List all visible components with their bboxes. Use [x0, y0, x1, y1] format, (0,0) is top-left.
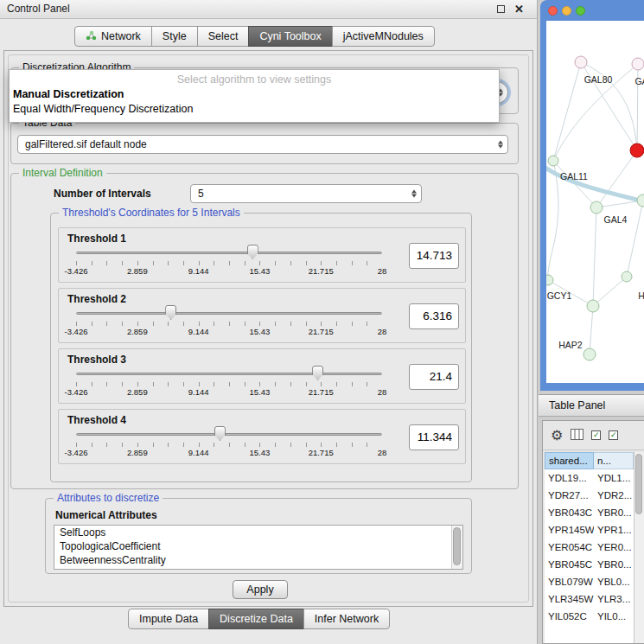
- tab-style[interactable]: Style: [151, 26, 198, 47]
- table-row[interactable]: YBR045CYBR0...: [545, 556, 634, 573]
- number-of-intervals-combobox[interactable]: 5: [190, 184, 422, 203]
- table-row[interactable]: YER054CYER0...: [545, 539, 634, 556]
- tab-impute-data[interactable]: Impute Data: [128, 609, 209, 629]
- table-cell: YBL0...: [594, 573, 634, 590]
- column-header-shared-name[interactable]: shared...: [545, 452, 594, 469]
- scale-label: 28: [378, 266, 387, 276]
- node-table: shared... n... YDL19...YDL1...YDR27...YD…: [545, 452, 634, 643]
- network-node-label: GAL11: [560, 171, 588, 182]
- slider-scale: -3.4262.8599.14415.4321.71528: [76, 327, 382, 336]
- scale-label: 9.144: [188, 448, 209, 457]
- numerical-attributes-list[interactable]: SelfLoopsTopologicalCoefficientBetweenne…: [54, 525, 463, 570]
- table-row[interactable]: YBL079WYBL0...: [545, 573, 634, 590]
- threshold-slider[interactable]: -3.4262.8599.14415.4321.71528: [76, 425, 382, 460]
- network-canvas[interactable]: GAL80GAGAL11GAL4GCY1HAP2H: [546, 21, 644, 383]
- network-node[interactable]: [632, 58, 644, 70]
- list-item[interactable]: BetweennessCentrality: [54, 553, 462, 567]
- network-node[interactable]: [630, 143, 644, 157]
- threshold-slider[interactable]: -3.4262.8599.14415.4321.71528: [76, 304, 382, 339]
- minimize-traffic-light[interactable]: [562, 6, 571, 16]
- network-node[interactable]: [622, 271, 632, 282]
- apply-button[interactable]: Apply: [233, 580, 288, 599]
- threshold-slider[interactable]: -3.4262.8599.14415.4321.71528: [76, 365, 382, 399]
- combobox-stepper-icon: [411, 190, 417, 198]
- float-window-icon[interactable]: [497, 5, 505, 13]
- list-item[interactable]: TopologicalCoefficient: [54, 539, 462, 553]
- slider-thumb[interactable]: [312, 366, 323, 380]
- zoom-traffic-light[interactable]: [576, 6, 585, 16]
- table-row[interactable]: YBR043CYBR0...: [545, 504, 634, 521]
- list-scrollbar[interactable]: [451, 526, 462, 569]
- close-icon[interactable]: ✕: [514, 3, 524, 16]
- network-node-label: GA: [634, 76, 644, 86]
- tab-select[interactable]: Select: [197, 26, 250, 47]
- slider-thumb[interactable]: [165, 305, 176, 320]
- table-data-combobox[interactable]: galFiltered.sif default node: [17, 135, 508, 154]
- network-edge[interactable]: [548, 161, 558, 280]
- scrollbar-thumb[interactable]: [453, 527, 461, 565]
- slider-thumb[interactable]: [214, 426, 226, 441]
- threshold-label: Threshold 1: [67, 233, 126, 245]
- network-node[interactable]: [587, 300, 599, 312]
- threshold-label: Threshold 2: [67, 293, 126, 305]
- table-row[interactable]: YDL19...YDL1...: [545, 469, 634, 487]
- network-edge[interactable]: [593, 277, 627, 306]
- slider-ticks: [76, 261, 382, 265]
- slider-track[interactable]: [76, 252, 382, 254]
- network-edge[interactable]: [553, 62, 581, 161]
- columns-icon[interactable]: [571, 429, 583, 443]
- threshold-value-field[interactable]: 6.316: [409, 303, 459, 329]
- network-node[interactable]: [590, 201, 603, 214]
- table-cell: YDL1...: [594, 469, 634, 487]
- network-edge[interactable]: [627, 201, 643, 277]
- threshold-value-field[interactable]: 21.4: [409, 364, 459, 390]
- scale-label: 9.144: [188, 387, 209, 397]
- scale-label: -3.426: [65, 266, 88, 276]
- table-row[interactable]: YPR145WYPR1...: [545, 521, 634, 539]
- slider-scale: -3.4262.8599.14415.4321.71528: [76, 387, 382, 397]
- slider-track[interactable]: [76, 433, 382, 436]
- network-node[interactable]: [583, 348, 596, 360]
- gear-icon[interactable]: ⚙: [551, 429, 563, 443]
- list-item[interactable]: SelfLoops: [54, 526, 462, 539]
- algorithm-option[interactable]: Manual Discretization: [10, 87, 499, 102]
- table-row[interactable]: YDR27...YDR2...: [545, 487, 634, 504]
- network-node[interactable]: [546, 275, 553, 285]
- group-title: Threshold's Coordinates for 5 Intervals: [59, 207, 244, 220]
- tab-discretize-data[interactable]: Discretize Data: [208, 609, 304, 629]
- network-node-label: HAP2: [558, 340, 583, 350]
- network-edge[interactable]: [593, 207, 596, 306]
- network-node[interactable]: [575, 56, 587, 68]
- select-rows-checkbox-icon[interactable]: ✓: [609, 430, 618, 440]
- network-node[interactable]: [637, 194, 644, 207]
- tab-jactivemnodules[interactable]: jActiveMNodules: [332, 26, 435, 47]
- scale-label: 2.859: [127, 448, 148, 457]
- tab-cyni-toolbox[interactable]: Cyni Toolbox: [248, 26, 332, 47]
- tab-label: jActiveMNodules: [343, 30, 424, 42]
- network-edge[interactable]: [590, 306, 593, 354]
- thresholds-group: Threshold's Coordinates for 5 Intervals …: [50, 213, 472, 482]
- slider-track[interactable]: [76, 312, 382, 315]
- slider-track[interactable]: [76, 373, 382, 375]
- tab-network[interactable]: Network: [74, 26, 152, 47]
- table-scrollbar[interactable]: [634, 452, 644, 643]
- attribute-items: SelfLoopsTopologicalCoefficientBetweenne…: [54, 526, 462, 567]
- scrollbar-thumb[interactable]: [635, 454, 642, 514]
- tab-infer-network[interactable]: Infer Network: [303, 609, 390, 629]
- network-node-label: GCY1: [547, 290, 572, 301]
- table-cell: YLR3...: [594, 590, 634, 608]
- scale-label: -3.426: [65, 327, 88, 336]
- threshold-value-field[interactable]: 11.344: [409, 424, 459, 450]
- threshold-value-field[interactable]: 14.713: [409, 243, 459, 269]
- scale-label: -3.426: [65, 387, 88, 397]
- table-row[interactable]: YIL052CYIL0...: [545, 608, 634, 625]
- slider-thumb[interactable]: [247, 245, 258, 259]
- threshold-slider[interactable]: -3.4262.8599.14415.4321.71528: [76, 244, 382, 278]
- column-header-name[interactable]: n...: [594, 452, 634, 469]
- network-node[interactable]: [548, 156, 558, 166]
- algorithm-option[interactable]: Equal Width/Frequency Discretization: [10, 102, 499, 117]
- table-row[interactable]: YLR345WYLR3...: [545, 590, 634, 608]
- select-all-checkbox-icon[interactable]: ✓: [591, 430, 601, 440]
- close-traffic-light[interactable]: [548, 6, 558, 16]
- scale-label: 15.43: [250, 327, 271, 336]
